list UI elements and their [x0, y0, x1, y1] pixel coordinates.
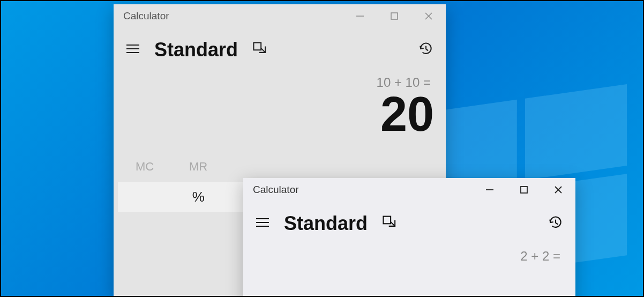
title-bar[interactable]: Calculator [114, 4, 446, 28]
close-button[interactable] [541, 178, 575, 202]
svg-rect-11 [253, 43, 261, 50]
expression-display: 10 + 10 = [114, 66, 446, 90]
mode-label: Standard [284, 212, 368, 235]
mode-label: Standard [154, 39, 238, 61]
minimize-button[interactable] [343, 4, 377, 28]
desktop-background: Calculator Standard [1, 1, 643, 296]
hamburger-menu-icon[interactable] [125, 43, 140, 56]
result-display: 20 [114, 90, 446, 144]
svg-line-25 [556, 223, 558, 224]
minimize-button[interactable] [473, 178, 507, 202]
svg-rect-16 [521, 187, 527, 193]
window-title: Calculator [123, 10, 343, 22]
header-bar: Standard [114, 28, 446, 66]
close-button[interactable] [411, 4, 446, 28]
svg-line-14 [426, 49, 428, 50]
hamburger-menu-icon[interactable] [255, 217, 270, 230]
maximize-button[interactable] [507, 178, 541, 202]
expression-display: 2 + 2 = [243, 240, 575, 264]
memory-row: MC MR [114, 144, 446, 181]
maximize-button[interactable] [377, 4, 411, 28]
svg-line-23 [391, 222, 395, 226]
calculator-window-front: Calculator Standard [243, 178, 575, 297]
svg-rect-5 [391, 13, 398, 19]
memory-recall-button[interactable]: MR [171, 155, 225, 178]
history-icon[interactable] [418, 41, 434, 59]
window-controls [473, 178, 575, 202]
window-controls [343, 4, 446, 28]
header-bar: Standard [243, 202, 575, 240]
title-bar[interactable]: Calculator [243, 178, 575, 202]
svg-line-12 [261, 48, 265, 53]
svg-rect-1 [525, 84, 627, 180]
svg-rect-22 [383, 217, 391, 224]
window-title: Calculator [253, 184, 473, 196]
history-icon[interactable] [548, 214, 564, 233]
keep-on-top-icon[interactable] [252, 40, 269, 60]
memory-clear-button[interactable]: MC [118, 155, 171, 178]
keep-on-top-icon[interactable] [381, 214, 399, 233]
